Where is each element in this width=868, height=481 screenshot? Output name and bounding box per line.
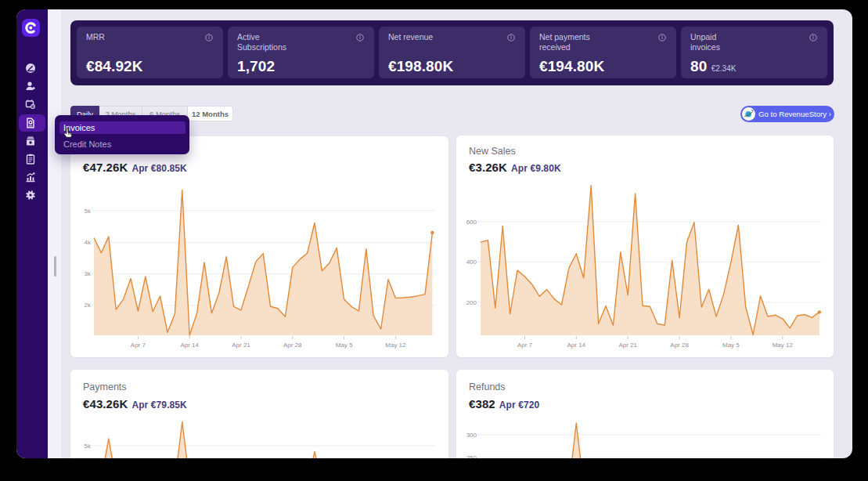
svg-text:Apr 14: Apr 14 [180, 342, 199, 349]
svg-text:May 5: May 5 [336, 342, 353, 349]
svg-text:600: 600 [466, 219, 477, 226]
svg-text:May 12: May 12 [385, 342, 406, 349]
svg-text:Apr 28: Apr 28 [670, 342, 689, 349]
svg-text:200: 200 [466, 299, 477, 306]
svg-text:May 12: May 12 [773, 342, 794, 349]
svg-text:300: 300 [466, 432, 477, 439]
svg-text:5k: 5k [85, 443, 92, 450]
svg-text:Apr 21: Apr 21 [618, 342, 637, 349]
svg-text:Apr 14: Apr 14 [567, 342, 586, 349]
svg-text:Apr 7: Apr 7 [517, 342, 533, 349]
svg-text:Apr 21: Apr 21 [232, 342, 250, 349]
svg-text:Apr 28: Apr 28 [283, 342, 302, 349]
svg-text:May 5: May 5 [722, 342, 740, 349]
svg-text:250: 250 [466, 454, 477, 459]
svg-text:3k: 3k [85, 270, 92, 277]
svg-text:4k: 4k [85, 239, 92, 246]
svg-text:Apr 7: Apr 7 [131, 342, 146, 349]
svg-text:5k: 5k [85, 208, 92, 215]
svg-text:2k: 2k [85, 302, 92, 309]
svg-text:400: 400 [466, 259, 477, 266]
